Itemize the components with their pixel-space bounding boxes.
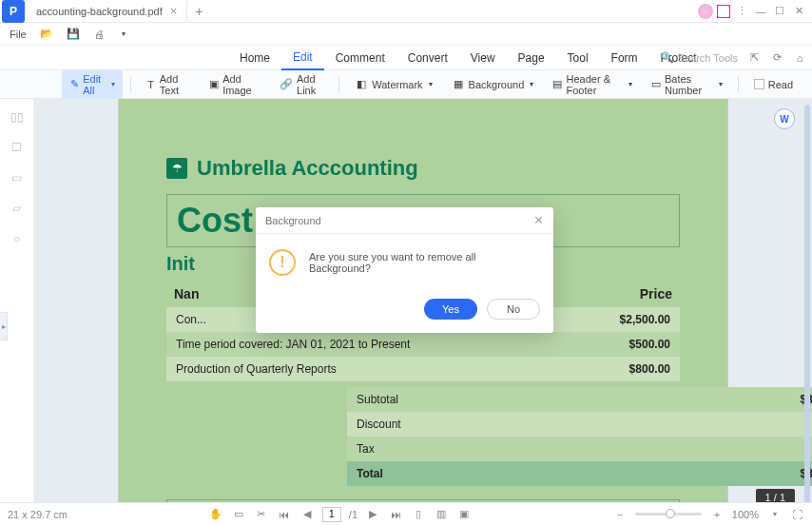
prev-page-icon[interactable]: ◀ bbox=[300, 507, 315, 522]
search-icon: 🔍 bbox=[661, 51, 674, 64]
quick-access-bar: File 📂 💾 🖨 bbox=[0, 23, 812, 46]
minimize-button[interactable]: — bbox=[753, 4, 768, 19]
page-total: /1 bbox=[349, 509, 358, 520]
document-tab[interactable]: accounting-background.pdf × bbox=[27, 1, 187, 22]
expand-sidebar-handle[interactable]: ▸ bbox=[0, 312, 8, 340]
read-button[interactable]: Read bbox=[746, 76, 801, 93]
notification-icon[interactable] bbox=[717, 5, 730, 18]
tab-close-icon[interactable]: × bbox=[170, 4, 178, 18]
vertical-scrollbar[interactable] bbox=[804, 105, 810, 519]
search-panel-icon[interactable]: ○ bbox=[9, 230, 26, 247]
warning-icon: ! bbox=[269, 249, 296, 276]
bates-icon: ▭ bbox=[651, 78, 661, 91]
zoom-slider[interactable] bbox=[635, 513, 702, 515]
yes-button[interactable]: Yes bbox=[424, 299, 477, 320]
read-checkbox[interactable] bbox=[754, 79, 764, 89]
dialog-title: Background bbox=[265, 215, 321, 226]
menu-page[interactable]: Page bbox=[507, 46, 556, 70]
edit-icon: ✎ bbox=[69, 78, 79, 91]
table-row: Production of Quarterly Reports $800.00 bbox=[166, 357, 680, 381]
watermark-button[interactable]: ◧Watermark bbox=[347, 75, 439, 94]
account-avatar-icon[interactable] bbox=[698, 4, 713, 19]
menu-comment[interactable]: Comment bbox=[324, 46, 396, 70]
background-icon: ▦ bbox=[452, 78, 465, 91]
next-page-icon[interactable]: ▶ bbox=[365, 507, 380, 522]
page-dimensions: 21 x 29.7 cm bbox=[8, 509, 68, 520]
zoom-thumb[interactable] bbox=[666, 509, 675, 518]
layout-cont-icon[interactable]: ▥ bbox=[434, 507, 449, 522]
zoom-dropdown[interactable] bbox=[766, 507, 782, 522]
attachments-icon[interactable]: ▭ bbox=[9, 169, 26, 186]
hand-tool-icon[interactable]: ✋ bbox=[208, 507, 223, 522]
layout-facing-icon[interactable]: ▣ bbox=[456, 507, 472, 522]
layers-icon[interactable]: ▱ bbox=[9, 200, 26, 217]
first-page-icon[interactable]: ⏮ bbox=[277, 507, 292, 522]
header-footer-button[interactable]: ▤Header & Footer bbox=[545, 70, 640, 99]
app-logo-icon: P bbox=[2, 0, 25, 23]
watermark-icon: ◧ bbox=[355, 78, 368, 91]
maximize-button[interactable]: ☐ bbox=[772, 4, 787, 19]
layout-single-icon[interactable]: ▯ bbox=[411, 507, 426, 522]
zoom-value: 100% bbox=[732, 509, 759, 520]
edit-all-button[interactable]: ✎ Edit All bbox=[62, 70, 122, 99]
expand-icon[interactable]: ⌂ bbox=[793, 51, 806, 65]
summary-table: Subtotal$3,800.00 Discount$0.00 Tax$0.00… bbox=[347, 387, 812, 486]
new-tab-button[interactable]: + bbox=[187, 4, 210, 19]
more-menu-icon[interactable]: ⋮ bbox=[734, 4, 749, 19]
dialog-message: Are you sure you want to remove all Back… bbox=[309, 251, 540, 274]
brand-name: Umbrella Acccounting bbox=[197, 156, 418, 181]
titlebar: P accounting-background.pdf × + ⋮ — ☐ ✕ bbox=[0, 0, 812, 23]
menu-convert[interactable]: Convert bbox=[396, 46, 459, 70]
share-icon[interactable]: ⇱ bbox=[747, 51, 761, 65]
add-text-button[interactable]: TAdd Text bbox=[138, 70, 197, 99]
add-image-button[interactable]: ▣Add Image bbox=[202, 70, 268, 99]
add-link-button[interactable]: 🔗Add Link bbox=[272, 70, 331, 99]
search-tools[interactable]: 🔍 Search Tools bbox=[661, 51, 738, 64]
table-row: Time period covered: JAN 01, 2021 to Pre… bbox=[166, 332, 680, 357]
quick-more-icon[interactable] bbox=[116, 28, 129, 40]
menu-view[interactable]: View bbox=[459, 46, 507, 70]
open-file-icon[interactable]: 📂 bbox=[36, 26, 57, 43]
menu-form[interactable]: Form bbox=[600, 46, 649, 70]
page-number-input[interactable] bbox=[322, 507, 341, 522]
dialog-close-icon[interactable]: ✕ bbox=[533, 213, 544, 227]
word-export-badge[interactable]: W bbox=[774, 108, 795, 129]
text-icon: T bbox=[145, 78, 155, 91]
link-icon: 🔗 bbox=[280, 78, 293, 91]
background-button[interactable]: ▦Background bbox=[444, 75, 542, 94]
menubar: Home Edit Comment Convert View Page Tool… bbox=[0, 46, 812, 70]
tab-title: accounting-background.pdf bbox=[36, 6, 163, 17]
menu-home[interactable]: Home bbox=[228, 46, 281, 70]
select-tool-icon[interactable]: ▭ bbox=[231, 507, 246, 522]
last-page-icon[interactable]: ⏭ bbox=[388, 507, 403, 522]
fit-page-icon[interactable]: ⛶ bbox=[789, 507, 804, 522]
save-icon[interactable]: 💾 bbox=[63, 26, 84, 43]
close-window-button[interactable]: ✕ bbox=[791, 4, 806, 19]
zoom-in-icon[interactable]: + bbox=[709, 507, 725, 522]
crop-tool-icon[interactable]: ✂ bbox=[254, 507, 269, 522]
no-button[interactable]: No bbox=[487, 299, 540, 320]
statusbar: 21 x 29.7 cm ✋ ▭ ✂ ⏮ ◀ /1 ▶ ⏭ ▯ ▥ ▣ − + … bbox=[0, 502, 812, 525]
file-menu[interactable]: File bbox=[6, 27, 30, 42]
brand-logo-icon: ☂ bbox=[166, 158, 187, 179]
col-price: Price bbox=[569, 281, 680, 307]
image-icon: ▣ bbox=[209, 78, 220, 91]
menu-tool[interactable]: Tool bbox=[556, 46, 600, 70]
bookmark-icon[interactable]: ☐ bbox=[9, 139, 26, 156]
menu-edit[interactable]: Edit bbox=[281, 46, 324, 70]
zoom-out-icon[interactable]: − bbox=[612, 507, 628, 522]
thumbnails-icon[interactable]: ▯▯ bbox=[9, 108, 26, 126]
bates-number-button[interactable]: ▭Bates Number bbox=[644, 70, 730, 99]
print-icon[interactable]: 🖨 bbox=[89, 26, 110, 43]
edit-toolbar: ✎ Edit All TAdd Text ▣Add Image 🔗Add Lin… bbox=[0, 70, 812, 99]
confirm-dialog: Background ✕ ! Are you sure you want to … bbox=[256, 207, 553, 333]
header-footer-icon: ▤ bbox=[552, 78, 562, 91]
search-placeholder: Search Tools bbox=[678, 52, 738, 64]
cloud-icon[interactable]: ⟳ bbox=[770, 51, 783, 65]
